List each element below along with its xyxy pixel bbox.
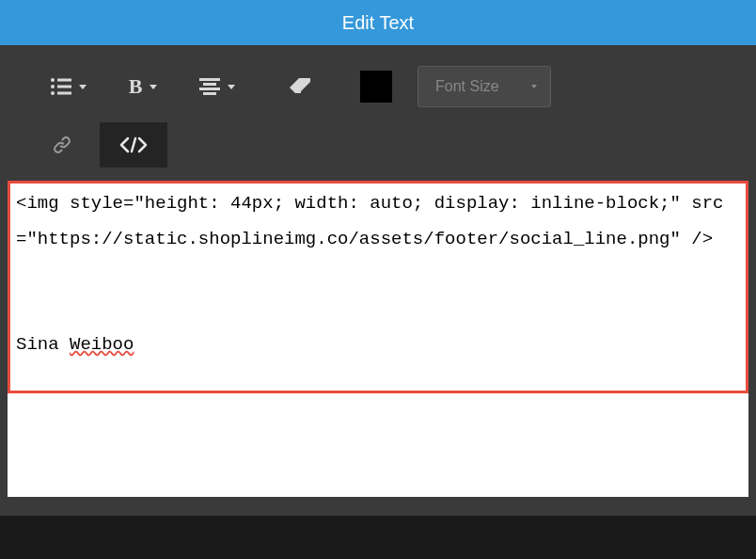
svg-point-2 xyxy=(51,85,55,88)
color-swatch xyxy=(360,71,392,103)
align-button[interactable] xyxy=(184,64,250,109)
svg-point-4 xyxy=(51,91,55,95)
chevron-down-icon xyxy=(228,85,235,89)
editor-area: <img style="height: 44px; width: auto; d… xyxy=(0,181,756,516)
svg-rect-8 xyxy=(199,88,220,90)
code-textarea[interactable]: <img style="height: 44px; width: auto; d… xyxy=(8,181,748,393)
svg-rect-7 xyxy=(203,83,216,86)
dialog-title: Edit Text xyxy=(0,0,756,45)
plain-text-line: Sina Weiboo xyxy=(16,327,740,362)
code-icon xyxy=(119,136,148,153)
code-text: <img style="height: 44px; width: auto; d… xyxy=(16,185,740,257)
svg-rect-1 xyxy=(57,79,71,82)
toolbar-row-1: B xyxy=(8,64,748,109)
chevron-down-icon xyxy=(531,85,537,88)
dialog-title-text: Edit Text xyxy=(342,12,414,34)
align-icon xyxy=(199,78,220,95)
svg-rect-9 xyxy=(203,92,216,95)
font-size-label: Font Size xyxy=(435,78,499,95)
spell-error: Weiboo xyxy=(70,334,134,355)
svg-point-0 xyxy=(51,78,55,82)
bold-icon: B xyxy=(129,74,143,99)
bold-button[interactable]: B xyxy=(113,64,173,109)
eraser-button[interactable] xyxy=(273,64,327,109)
code-view-button[interactable] xyxy=(100,122,167,168)
link-button[interactable] xyxy=(36,122,88,168)
toolbar: B xyxy=(0,45,756,181)
font-size-select[interactable]: Font Size xyxy=(417,66,551,107)
text-color-button[interactable] xyxy=(350,64,402,109)
editor-whitespace xyxy=(8,393,748,497)
toolbar-row-2 xyxy=(8,122,748,168)
list-button[interactable] xyxy=(36,64,102,109)
svg-rect-5 xyxy=(57,92,71,95)
chevron-down-icon xyxy=(150,85,157,89)
chevron-down-icon xyxy=(79,85,87,89)
list-icon xyxy=(51,78,71,95)
svg-rect-6 xyxy=(199,78,220,81)
link-icon xyxy=(52,135,72,155)
svg-rect-3 xyxy=(57,86,71,88)
eraser-icon xyxy=(288,78,312,95)
